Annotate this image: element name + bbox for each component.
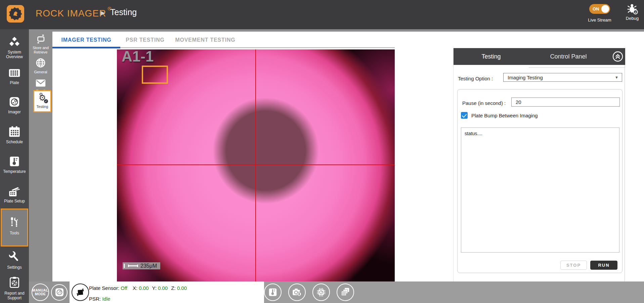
testing-panel: Testing Control Panel Testing Option : I…: [453, 48, 625, 281]
well-label: A1-1: [122, 49, 154, 65]
sidebar-item-schedule[interactable]: Schedule: [0, 126, 29, 144]
debug-label: Debug: [622, 16, 642, 21]
breadcrumb-arrow-icon: ▶: [101, 9, 105, 16]
plate-bump-row: Plate Bump Between Imaging: [461, 112, 538, 119]
sidebar-item-plate[interactable]: Plate: [0, 67, 29, 85]
thermometer-circle-icon: [268, 287, 278, 297]
panel-tab-testing[interactable]: Testing: [454, 48, 529, 65]
subsidebar-item-store-retrieve[interactable]: Store and Retrieve: [29, 34, 52, 54]
sidebar-item-report-support[interactable]: Report and Support: [0, 276, 29, 300]
top-gray-strip: [29, 29, 644, 32]
testing-option-label: Testing Option :: [458, 76, 493, 81]
plate-sensor-status: Plate Sensor: Off: [89, 285, 127, 291]
logo-emblem: [9, 7, 22, 20]
imaging-testing-group: Pause (in second) : Plate Bump Between I…: [457, 89, 622, 273]
lid-lift-button[interactable]: [240, 283, 257, 301]
chip-gauge-icon: [316, 287, 327, 298]
panel-tab-control-panel[interactable]: Control Panel: [529, 48, 608, 65]
x-value: 0.00: [139, 285, 148, 291]
live-stream-label: Live Stream: [586, 17, 613, 23]
tab-imager-testing[interactable]: IMAGER TESTING: [52, 32, 120, 48]
imager-circle-icon: [54, 287, 65, 297]
page-title: Testing: [110, 7, 137, 17]
crosshair-horizontal: [117, 164, 395, 165]
scale-handle-icon: [123, 263, 125, 268]
scale-text: 235μM: [140, 263, 157, 269]
gears-check-icon: ⚙ ⚙ ✓: [34, 93, 50, 103]
app-title: ROCK IMAGER®: [36, 8, 110, 19]
scale-line-icon: [128, 265, 138, 266]
manual-mode-button[interactable]: MANUAL MODE: [32, 283, 49, 301]
main-content: IMAGER TESTING PSR TESTING MOVEMENT TEST…: [52, 32, 644, 281]
tab-movement-testing[interactable]: MOVEMENT TESTING: [170, 32, 241, 48]
capture-timer-button[interactable]: [288, 283, 306, 301]
dropdown-caret-icon: ▼: [615, 75, 618, 79]
subsidebar-item-testing[interactable]: ⚙ ⚙ ✓ Testing: [33, 90, 51, 112]
sidebar-item-system-overview[interactable]: System Overview: [0, 36, 29, 59]
app-logo-icon[interactable]: [7, 5, 24, 23]
active-tab-underline: [52, 47, 120, 48]
settings-sub-sidebar: Store and Retrieve General Email: [29, 29, 52, 303]
lid-lift-icon: [243, 287, 254, 298]
sidebar-item-imager[interactable]: Imager: [0, 96, 29, 114]
imager-camera-icon: [8, 96, 21, 108]
sidebar-item-settings[interactable]: Settings: [0, 251, 29, 270]
plate-stack-icon: [340, 287, 351, 298]
subsidebar-item-general[interactable]: General: [29, 57, 52, 74]
stop-button[interactable]: STOP: [560, 261, 587, 270]
plate-rotate-icon: [75, 287, 86, 298]
pause-label: Pause (in second) :: [462, 100, 506, 106]
psr-value: Idle: [102, 296, 110, 302]
tools-icon: [8, 216, 21, 229]
store-retrieve-icon: [35, 34, 46, 44]
live-stream-control: ON Live Stream: [586, 4, 613, 23]
status-textarea[interactable]: [461, 127, 619, 253]
sidebar-item-plate-setup[interactable]: Plate Setup: [0, 185, 29, 203]
live-well-image[interactable]: A1-1 235μM: [117, 49, 395, 281]
crosshair-vertical: [255, 49, 256, 281]
testing-option-select[interactable]: Imaging Testing ▼: [503, 73, 622, 82]
imager-view-button[interactable]: [51, 284, 68, 301]
sidebar-item-tools[interactable]: Tools: [1, 209, 28, 247]
thermometer-icon: [8, 155, 21, 167]
plate-edit-icon: [8, 185, 21, 197]
plate-bump-checkbox[interactable]: [461, 112, 468, 119]
psr-status: PSR: Idle: [89, 296, 110, 302]
panel-active-tab-indicator: [455, 65, 529, 68]
tab-psr-testing[interactable]: PSR TESTING: [120, 32, 170, 48]
bug-icon: #: [626, 3, 639, 15]
toggle-state-label: ON: [593, 6, 599, 11]
envelope-icon: [35, 78, 46, 88]
scale-bar: 235μM: [123, 262, 160, 269]
run-button[interactable]: RUN: [590, 261, 617, 270]
camera-timer-icon: [292, 287, 302, 297]
plate-stack-button[interactable]: [337, 283, 354, 301]
live-stream-toggle[interactable]: ON: [589, 4, 610, 14]
sidebar-item-temperature[interactable]: Temperature: [0, 155, 29, 174]
y-value: 0.00: [158, 285, 168, 291]
device-status-bar: MANUAL MODE: [29, 281, 644, 303]
pause-input[interactable]: [511, 98, 620, 107]
device-action-buttons: [240, 283, 354, 301]
sensor-readout: Plate Sensor: Off PSR: Idle X: 0.00 Y: 0…: [70, 281, 264, 303]
testing-option-value: Imaging Testing: [508, 75, 615, 80]
mode-controls: MANUAL MODE: [29, 281, 70, 303]
panel-header-divider: [529, 67, 625, 68]
wrench-icon: [8, 251, 21, 263]
controller-button[interactable]: [312, 283, 330, 301]
panel-header: Testing Control Panel: [454, 48, 625, 65]
plate-bump-label: Plate Bump Between Imaging: [471, 113, 538, 118]
stage-coordinates: X: 0.00 Y: 0.00 Z: 0.00: [133, 285, 189, 291]
rock-imager-app: ROCK IMAGER® ▶ Testing ON Live Stream # …: [0, 0, 644, 303]
testing-tabs: IMAGER TESTING PSR TESTING MOVEMENT TEST…: [52, 32, 644, 48]
svg-text:#: #: [635, 11, 636, 14]
roi-rectangle[interactable]: [142, 66, 168, 84]
debug-button[interactable]: # Debug: [622, 3, 642, 21]
calendar-icon: [8, 126, 21, 138]
temperature-button[interactable]: [264, 283, 282, 301]
plate-rotate-button[interactable]: [72, 283, 89, 301]
action-buttons: STOP RUN: [560, 261, 617, 270]
z-value: 0.00: [177, 285, 187, 291]
chevrons-up-circle-icon[interactable]: [612, 51, 623, 62]
primary-sidebar: System Overview Plate Imager: [0, 29, 29, 303]
